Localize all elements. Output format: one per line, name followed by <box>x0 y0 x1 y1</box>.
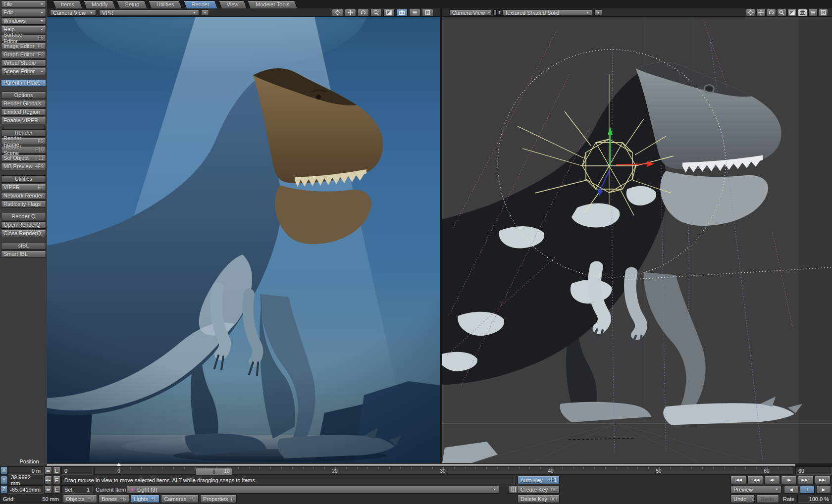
sidebar-item-surface-editor[interactable]: Surface Editor F5 ▼ <box>1 34 46 42</box>
timeline-tick-label: 40 <box>548 468 553 474</box>
right-render-mode-select[interactable]: T Textured Shaded Solid▼ <box>493 9 592 16</box>
menu-icon[interactable] <box>409 9 420 16</box>
nudge-button[interactable]: ◀▶ <box>45 485 52 494</box>
nudge-button[interactable]: ◀▶ <box>45 466 52 475</box>
grid-size-field[interactable]: Grid:50 mm <box>0 495 62 503</box>
play-button[interactable]: ▶ <box>816 485 831 494</box>
axis-toggle-button[interactable]: Z <box>0 485 7 494</box>
viewport-divider[interactable] <box>440 8 442 466</box>
create-key-button[interactable]: Create Keyret <box>518 485 560 494</box>
sidebar-item-parent-in-place[interactable]: Parent in Place ▼ <box>1 79 46 87</box>
chevron-down-icon: ▼ <box>485 10 491 16</box>
sidebar-item-open-renderq[interactable]: Open RenderQ ▼ <box>1 221 46 229</box>
light-item-icon <box>130 487 135 492</box>
zoom-icon[interactable] <box>777 9 786 16</box>
tab-setup[interactable]: Setup <box>118 0 146 8</box>
sidebar-item-enable-viper[interactable]: Enable VIPER ▼ <box>1 117 46 124</box>
sidebar-header-options[interactable]: Options ▼ <box>1 92 46 99</box>
axis-value-field[interactable]: 39.9992 mm <box>8 476 44 484</box>
properties-button[interactable]: Propertiesp <box>200 495 237 503</box>
tab-modeler-tools[interactable]: Modeler Tools <box>249 0 296 8</box>
last-frame-field[interactable]: 60 <box>795 466 832 475</box>
nudge-button[interactable]: ◀▶ <box>45 476 52 484</box>
expand-icon[interactable] <box>787 9 797 16</box>
redo-button[interactable]: Redo <box>756 495 779 503</box>
bones-button[interactable]: Bones+B <box>99 495 129 503</box>
sidebar-item-render-scene[interactable]: Render Scene F10 ▼ <box>1 146 46 153</box>
lights-button[interactable]: Lights+L <box>131 495 160 503</box>
tab-modify[interactable]: Modify <box>85 0 114 8</box>
sidebar-menu-file[interactable]: File ▼ <box>1 0 46 8</box>
selection-count-field[interactable]: Sel:1 <box>61 485 93 494</box>
right-viewport-scene[interactable] <box>442 17 832 463</box>
sidebar-item-sel-object[interactable]: Sel Object F11 ▼ <box>1 154 46 162</box>
menu-icon[interactable] <box>808 9 818 16</box>
tab-render[interactable]: Render <box>185 0 216 8</box>
step-forward-button[interactable]: ‖▶ <box>781 476 797 484</box>
sidebar-item-radiosity-flags[interactable]: Radiosity Flags ▼ <box>1 201 46 208</box>
first-frame-button[interactable]: |◀◀ <box>730 476 746 484</box>
sidebar-item-mb-preview[interactable]: MB Preview +F9 ▼ <box>1 163 46 170</box>
axis-toggle-button[interactable]: Y <box>0 476 7 484</box>
chevron-down-icon: ▼ <box>490 488 496 491</box>
cameras-button[interactable]: Cameras+C <box>161 495 199 503</box>
sidebar-item-image-editor[interactable]: Image Editor F6 ▼ <box>1 43 46 50</box>
sidebar-item-close-renderq[interactable]: Close RenderQ ▼ <box>1 230 46 237</box>
sidebar-item-smart-ibl[interactable]: Smart IBL ▼ <box>1 251 46 258</box>
sidebar-item-graph-editor[interactable]: Graph Editor ^F2 ▼ <box>1 51 46 58</box>
axis-toggle-button[interactable]: X <box>0 466 7 475</box>
maximize-icon[interactable] <box>422 9 433 16</box>
tab-utilities[interactable]: Utilities <box>150 0 181 8</box>
tab-view[interactable]: View <box>220 0 246 8</box>
right-view-type-select[interactable]: Camera View▼ <box>449 9 491 16</box>
left-render-mode-select[interactable]: VPR▼ <box>99 9 199 16</box>
right-viewport-options-button[interactable]: ▼ <box>594 9 602 16</box>
current-item-select[interactable]: Light (3) ▼ <box>127 485 499 494</box>
sidebar-menu-edit[interactable]: Edit ▼ <box>1 9 46 16</box>
rate-field[interactable]: 100.0 % <box>797 495 832 503</box>
sidebar-item-network-render[interactable]: Network Render ▼ <box>1 192 46 200</box>
sidebar-menu-scene-editor[interactable]: Scene Editor ▼ <box>1 68 46 75</box>
axis-value-field[interactable]: 0 m <box>8 466 44 475</box>
pause-button[interactable]: ‖ <box>800 485 815 494</box>
envelope-button[interactable]: E <box>53 485 60 494</box>
right-viewport-titlebar: Camera View▼ T Textured Shaded Solid▼ ▼ <box>442 8 832 17</box>
prev-key-button[interactable]: +◀◀ <box>747 476 763 484</box>
maximize-icon[interactable] <box>819 9 828 16</box>
delete-key-button[interactable]: Delete Keydel <box>518 495 560 503</box>
current-frame-field[interactable]: 0 <box>61 466 93 475</box>
play-reverse-button[interactable]: ◀ <box>784 485 798 494</box>
step-back-button[interactable]: ◀‖ <box>764 476 780 484</box>
last-frame-button[interactable]: ▶▶| <box>815 476 831 484</box>
move-icon[interactable] <box>756 9 766 16</box>
undo-button[interactable]: Undo^Z <box>730 495 755 503</box>
rotate-icon[interactable] <box>767 9 776 16</box>
envelope-button[interactable]: E <box>53 466 60 475</box>
sidebar-item-viper[interactable]: VIPER F7 ▼ <box>1 184 46 191</box>
objects-button[interactable]: Objects+O <box>63 495 97 503</box>
left-view-type-select[interactable]: Camera View▼ <box>50 9 96 16</box>
preview-select[interactable]: Preview▼ <box>730 485 781 494</box>
sidebar-header-utilities[interactable]: Utilities ▼ <box>1 175 46 183</box>
tab-items[interactable]: Items <box>54 0 81 8</box>
next-key-button[interactable]: ▶▶+ <box>798 476 814 484</box>
camera-icon[interactable] <box>798 9 807 16</box>
move-icon[interactable] <box>345 9 356 16</box>
expand-icon[interactable] <box>383 9 395 16</box>
sidebar-header-render-q[interactable]: Render-Q ▼ <box>1 213 46 220</box>
sidebar-item-virtual-studio[interactable]: Virtual Studio ▼ <box>1 59 46 67</box>
sidebar-item-limited-region[interactable]: Limited Region l ▼ <box>1 108 46 116</box>
pan-icon[interactable] <box>332 9 343 16</box>
rotate-icon[interactable] <box>358 9 369 16</box>
left-viewport-options-button[interactable]: ▼ <box>201 9 209 16</box>
camera-icon[interactable] <box>396 9 408 16</box>
envelope-button[interactable]: E <box>53 476 60 484</box>
axis-value-field[interactable]: -65.0419mm <box>8 485 44 494</box>
left-viewport-render[interactable] <box>47 17 440 463</box>
zoom-icon[interactable] <box>370 9 382 16</box>
sidebar-header-sibl[interactable]: sIBL ▼ <box>1 242 46 250</box>
sidebar-menu-windows[interactable]: Windows ▼ <box>1 17 46 25</box>
sidebar-item-render-globals[interactable]: Render Globals ▼ <box>1 100 46 107</box>
pan-icon[interactable] <box>746 9 755 16</box>
auto-key-button[interactable]: Auto Key+F1 <box>518 476 560 484</box>
